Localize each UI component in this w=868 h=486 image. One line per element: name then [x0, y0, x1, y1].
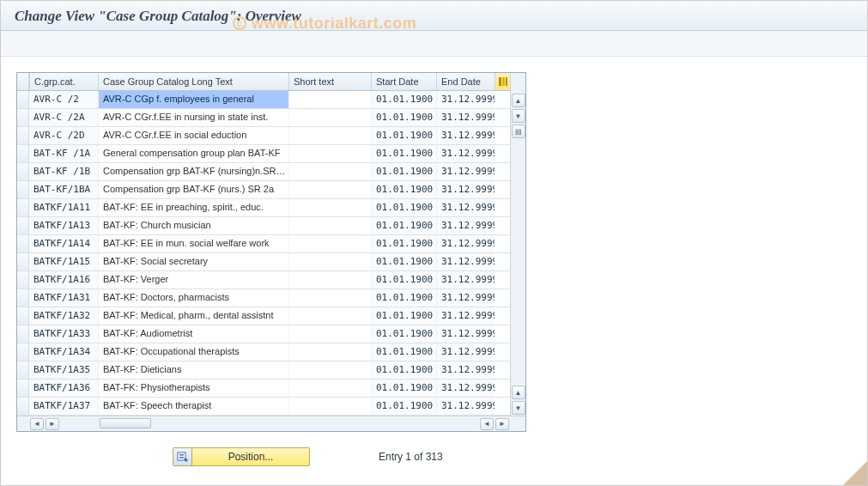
- row-marker[interactable]: [17, 289, 29, 307]
- row-marker[interactable]: [17, 91, 29, 108]
- table-row[interactable]: BAT-KF /1AGeneral compensation group pla…: [17, 145, 525, 163]
- vscroll-up2-icon[interactable]: ▲: [512, 386, 525, 399]
- cell-enddate: 31.12.9999: [436, 127, 495, 144]
- cell-shorttext[interactable]: [288, 235, 371, 252]
- hscroll-left-icon[interactable]: ◄: [30, 418, 44, 430]
- cell-longtext[interactable]: Compensation grp BAT-KF (nursing)n.SR…: [98, 163, 288, 180]
- table-row[interactable]: BATKF/1A11BAT-KF: EE in preaching, spiri…: [17, 199, 525, 217]
- vscroll-up-icon[interactable]: ▲: [512, 94, 525, 107]
- cell-shorttext[interactable]: [288, 307, 371, 325]
- cell-longtext[interactable]: BAT-KF: Church musician: [98, 217, 288, 234]
- hscroll-right-icon[interactable]: ►: [46, 418, 59, 430]
- cell-shorttext[interactable]: [288, 325, 371, 343]
- row-marker[interactable]: [17, 145, 29, 162]
- col-header-shorttext[interactable]: Short text: [288, 73, 371, 90]
- table-row[interactable]: BATKF/1A13BAT-KF: Church musician01.01.1…: [17, 217, 525, 235]
- cell-longtext[interactable]: BAT-KF: Speech therapist: [98, 398, 288, 415]
- hscroll2-right-icon[interactable]: ►: [495, 418, 509, 430]
- table-row[interactable]: BAT-KF/1BACompensation grp BAT-KF (nurs.…: [17, 181, 525, 199]
- col-header-enddate[interactable]: End Date: [436, 73, 495, 90]
- table-row[interactable]: BATKF/1A14BAT-KF: EE in mun. social welf…: [17, 235, 525, 253]
- cell-longtext[interactable]: General compensation group plan BAT-KF: [98, 145, 288, 162]
- cell-longtext[interactable]: BAT-KF: Medical, pharm., dental assistnt: [98, 307, 288, 325]
- table-row[interactable]: BATKF/1A16BAT-KF: Verger01.01.190031.12.…: [17, 271, 525, 289]
- table-row[interactable]: AVR-C /2AAVR-C CGr.f.EE in nursing in st…: [17, 109, 525, 127]
- position-button[interactable]: Position...: [173, 447, 310, 466]
- col-header-cgrpcat[interactable]: C.grp.cat.: [29, 73, 98, 90]
- row-marker[interactable]: [17, 199, 29, 216]
- cell-shorttext[interactable]: [288, 289, 371, 307]
- cell-startdate: 01.01.1900: [371, 235, 436, 252]
- svg-rect-4: [179, 454, 184, 456]
- table-row[interactable]: BATKF/1A15BAT-KF: Social secretary01.01.…: [17, 253, 525, 271]
- row-marker[interactable]: [17, 109, 29, 126]
- row-marker[interactable]: [17, 343, 29, 361]
- cell-longtext[interactable]: BAT-KF: Dieticians: [98, 361, 288, 379]
- row-marker[interactable]: [17, 163, 29, 180]
- cell-shorttext[interactable]: [288, 343, 371, 361]
- cell-longtext[interactable]: AVR-C CGr.f.EE in social eduction: [98, 127, 288, 144]
- cell-shorttext[interactable]: [288, 181, 371, 198]
- vscroll-down-icon[interactable]: ▼: [512, 109, 525, 123]
- cell-longtext[interactable]: BAT-KF: Doctors, pharmacists: [98, 289, 288, 307]
- cell-shorttext[interactable]: [288, 91, 371, 108]
- row-marker[interactable]: [17, 307, 29, 325]
- vertical-scrollbar[interactable]: ▲ ▼ ▤ ▲ ▼: [510, 73, 525, 416]
- table-row[interactable]: BATKF/1A32BAT-KF: Medical, pharm., denta…: [17, 307, 525, 325]
- cell-shorttext[interactable]: [288, 109, 371, 126]
- cell-shorttext[interactable]: [288, 253, 371, 270]
- cell-cgrpcat: BATKF/1A11: [29, 199, 98, 216]
- cell-longtext[interactable]: Compensation grp BAT-KF (nurs.) SR 2a: [98, 181, 288, 198]
- cell-longtext[interactable]: BAT-KF: EE in mun. social welfare work: [98, 235, 288, 252]
- cell-longtext[interactable]: BAT-KF: Occupational therapists: [98, 343, 288, 361]
- table-row[interactable]: BATKF/1A33BAT-KF: Audiometrist01.01.1900…: [17, 325, 525, 343]
- table-row[interactable]: BATKF/1A36BAT-FK: Physiotherapists01.01.…: [17, 380, 525, 398]
- cell-longtext[interactable]: BAT-KF: Verger: [98, 271, 288, 289]
- resize-corner-icon: [843, 461, 867, 485]
- vscroll-down2-icon[interactable]: ▼: [512, 401, 525, 415]
- row-marker[interactable]: [17, 181, 29, 198]
- cell-enddate: 31.12.9999: [436, 361, 495, 379]
- table-row[interactable]: BATKF/1A37BAT-KF: Speech therapist01.01.…: [17, 398, 525, 416]
- cell-shorttext[interactable]: [288, 271, 371, 289]
- cell-longtext[interactable]: BAT-FK: Physiotherapists: [98, 380, 288, 397]
- cell-shorttext[interactable]: [288, 163, 371, 180]
- table-header-row: C.grp.cat. Case Group Catalog Long Text …: [17, 73, 525, 91]
- cell-shorttext[interactable]: [288, 127, 371, 144]
- table-row[interactable]: BATKF/1A34BAT-KF: Occupational therapist…: [17, 343, 525, 361]
- horizontal-scrollbar[interactable]: ◄ ► ◄ ►: [17, 416, 525, 431]
- row-marker[interactable]: [17, 380, 29, 397]
- col-header-longtext[interactable]: Case Group Catalog Long Text: [98, 73, 288, 90]
- row-marker[interactable]: [17, 325, 29, 343]
- table-row[interactable]: BATKF/1A31BAT-KF: Doctors, pharmacists01…: [17, 289, 525, 307]
- cell-shorttext[interactable]: [288, 398, 371, 415]
- row-marker[interactable]: [17, 217, 29, 234]
- cell-shorttext[interactable]: [288, 199, 371, 216]
- row-marker[interactable]: [17, 398, 29, 415]
- cell-cgrpcat: BAT-KF /1B: [29, 163, 98, 180]
- row-marker-header[interactable]: [17, 73, 29, 90]
- cell-longtext[interactable]: AVR-C CGp f. employees in general: [98, 91, 288, 108]
- cell-enddate: 31.12.9999: [436, 91, 495, 108]
- cell-shorttext[interactable]: [288, 380, 371, 397]
- col-header-startdate[interactable]: Start Date: [371, 73, 436, 90]
- cell-shorttext[interactable]: [288, 217, 371, 234]
- table-row[interactable]: AVR-C /2DAVR-C CGr.f.EE in social educti…: [17, 127, 525, 145]
- table-row[interactable]: BAT-KF /1BCompensation grp BAT-KF (nursi…: [17, 163, 525, 181]
- cell-longtext[interactable]: BAT-KF: EE in preaching, spirit., educ.: [98, 199, 288, 216]
- cell-shorttext[interactable]: [288, 145, 371, 162]
- row-marker[interactable]: [17, 127, 29, 144]
- row-marker[interactable]: [17, 271, 29, 289]
- hscroll2-left-icon[interactable]: ◄: [480, 418, 494, 430]
- cell-longtext[interactable]: BAT-KF: Audiometrist: [98, 325, 288, 343]
- table-row[interactable]: BATKF/1A35BAT-KF: Dieticians01.01.190031…: [17, 361, 525, 380]
- table-row[interactable]: AVR-C /2AVR-C CGp f. employees in genera…: [17, 91, 525, 109]
- cell-longtext[interactable]: AVR-C CGr.f.EE in nursing in state inst.: [98, 109, 288, 126]
- table-configure-button[interactable]: [495, 73, 510, 90]
- row-marker[interactable]: [17, 361, 29, 379]
- vscroll-mark-icon[interactable]: ▤: [512, 125, 525, 138]
- cell-shorttext[interactable]: [288, 361, 371, 379]
- row-marker[interactable]: [17, 253, 29, 270]
- row-marker[interactable]: [17, 235, 29, 252]
- cell-longtext[interactable]: BAT-KF: Social secretary: [98, 253, 288, 270]
